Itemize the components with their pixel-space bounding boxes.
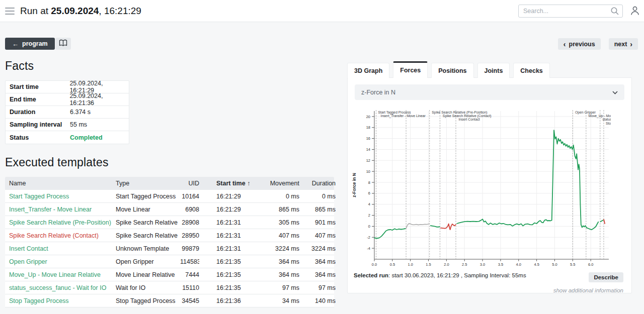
template-type: Unknown Template xyxy=(116,245,180,252)
template-name-link[interactable]: Open Gripper xyxy=(9,258,116,265)
template-start-time: 16:21:36 xyxy=(199,297,255,304)
table-row: Spike Search Relative (Contact)Spike Sea… xyxy=(5,229,334,242)
svg-text:2.0: 2.0 xyxy=(444,262,449,267)
svg-text:0.0: 0.0 xyxy=(372,262,377,267)
table-row: Stop Tagged ProcessStop Tagged Process34… xyxy=(5,294,334,307)
facts-row: Duration6.374 s xyxy=(6,106,129,119)
svg-text:14: 14 xyxy=(366,147,370,152)
svg-text:2.5: 2.5 xyxy=(462,262,467,267)
z-force-line-chart: -4-2024681012141618200.00.51.01.52.02.53… xyxy=(351,105,628,272)
fact-label: Sampling interval xyxy=(6,121,70,128)
template-type: Move Linear xyxy=(116,206,180,213)
fact-value: 6.374 s xyxy=(70,109,91,116)
svg-text:6.0: 6.0 xyxy=(588,262,593,267)
event-annotation: Insert Contact xyxy=(458,118,479,121)
table-row: Insert ContactUnknown Template9987916:21… xyxy=(5,242,334,255)
page-title-prefix: Run at xyxy=(20,6,48,16)
previous-button-label: previous xyxy=(569,41,595,48)
chevron-down-icon xyxy=(612,89,618,96)
template-type: Start Tagged Process xyxy=(116,193,180,200)
template-start-time: 16:21:35 xyxy=(199,271,255,278)
template-start-time: 16:21:31 xyxy=(199,245,255,252)
show-additional-information-link[interactable]: show additional information xyxy=(348,287,631,293)
tab-checks[interactable]: Checks xyxy=(513,63,549,78)
svg-text:2: 2 xyxy=(368,213,370,218)
template-type: Move Linear Relative xyxy=(116,271,180,278)
page-title-date: 25.09.2024 xyxy=(51,6,99,16)
selected-run-label: Selected run xyxy=(354,272,388,278)
template-movement: 305 ms xyxy=(255,219,299,226)
svg-text:0.5: 0.5 xyxy=(390,262,395,267)
template-name-link[interactable]: Stop Tagged Process xyxy=(9,297,116,304)
tab-joints[interactable]: Joints xyxy=(477,63,510,78)
user-icon[interactable] xyxy=(630,6,640,18)
svg-text:8: 8 xyxy=(368,180,370,185)
next-run-button[interactable]: next › xyxy=(609,38,638,50)
executed-templates-table: NameTypeUIDStart time ↑MovementDuration … xyxy=(5,177,334,307)
fact-value: 55 ms xyxy=(70,121,87,128)
table-row: Insert_Transfer - Move LinearMove Linear… xyxy=(5,203,334,216)
template-duration: 0 ms xyxy=(299,193,336,200)
template-start-time: 16:21:31 xyxy=(199,219,255,226)
documentation-button[interactable] xyxy=(55,38,71,50)
fact-label: End time xyxy=(6,96,69,103)
hamburger-menu-icon[interactable] xyxy=(5,8,15,15)
describe-button[interactable]: Describe xyxy=(589,272,623,282)
template-start-time: 16:21:35 xyxy=(199,284,255,291)
column-header-start-time[interactable]: Start time ↑ xyxy=(199,180,255,187)
column-header-uid[interactable]: UID xyxy=(180,180,199,187)
template-name-link[interactable]: Spike Search Relative (Pre-Position) xyxy=(9,219,116,226)
template-uid: 6908 xyxy=(180,206,199,213)
column-header-type[interactable]: Type xyxy=(116,180,180,187)
fact-value: 25.09.2024, 16:21:29 xyxy=(69,80,129,94)
executed-templates-header-row: NameTypeUIDStart time ↑MovementDuration xyxy=(5,177,334,190)
search-input[interactable] xyxy=(518,5,623,18)
template-name-link[interactable]: Insert_Transfer - Move Linear xyxy=(9,206,116,213)
column-header-duration[interactable]: Duration xyxy=(299,180,336,187)
fact-label: Duration xyxy=(6,109,70,116)
template-name-link[interactable]: Spike Search Relative (Contact) xyxy=(9,232,116,239)
template-duration: 865 ms xyxy=(299,206,336,213)
template-start-time: 16:21:35 xyxy=(199,258,255,265)
forces-panel: z-Force in N -4-2024681012141618200.00.5… xyxy=(347,77,632,293)
tab-3d-graph[interactable]: 3D Graph xyxy=(347,63,389,78)
column-header-movement[interactable]: Movement xyxy=(255,180,299,187)
template-type: Stop Tagged Process xyxy=(116,297,180,304)
y-axis-label: z-Force in N xyxy=(352,173,357,197)
table-row: Move_Up - Move Linear RelativeMove Linea… xyxy=(5,268,334,281)
back-to-program-button[interactable]: ← program xyxy=(5,38,55,50)
template-start-time: 16:21:31 xyxy=(199,232,255,239)
force-axis-select[interactable]: z-Force in N xyxy=(355,84,624,100)
previous-run-button[interactable]: ‹ previous xyxy=(558,38,601,50)
svg-text:10: 10 xyxy=(366,169,370,174)
template-name-link[interactable]: Insert Contact xyxy=(9,245,116,252)
table-row: status_success_fanuc - Wait for IOWait f… xyxy=(5,281,334,294)
facts-row: Sampling interval55 ms xyxy=(6,119,129,131)
run-details-column: Facts Start time25.09.2024, 16:21:29End … xyxy=(5,59,334,307)
template-start-time: 16:21:29 xyxy=(199,193,255,200)
template-name-link[interactable]: Move_Up - Move Linear Relative xyxy=(9,271,116,278)
template-movement: 0 ms xyxy=(255,193,299,200)
table-row: Spike Search Relative (Pre-Position)Spik… xyxy=(5,216,334,229)
svg-text:6: 6 xyxy=(368,191,370,195)
fact-value: Completed xyxy=(70,134,103,141)
template-type: Open Gripper xyxy=(116,258,180,265)
template-duration: 97 ms xyxy=(299,284,336,291)
template-name-link[interactable]: status_success_fanuc - Wait for IO xyxy=(9,284,116,291)
tab-forces[interactable]: Forces xyxy=(393,61,428,78)
run-navigation: ‹ previous next › xyxy=(558,38,638,50)
template-movement: 407 ms xyxy=(255,232,299,239)
executed-templates-heading: Executed templates xyxy=(5,156,334,169)
tab-positions[interactable]: Positions xyxy=(431,63,473,78)
template-uid: 28908 xyxy=(180,219,199,226)
search-icon[interactable] xyxy=(610,6,620,18)
svg-text:20: 20 xyxy=(366,115,370,119)
svg-text:-4: -4 xyxy=(367,246,370,251)
table-row: Start Tagged ProcessStart Tagged Process… xyxy=(5,190,334,203)
fact-label: Status xyxy=(6,134,70,141)
column-header-name[interactable]: Name xyxy=(9,180,116,187)
svg-text:4.0: 4.0 xyxy=(516,262,521,267)
svg-text:3.5: 3.5 xyxy=(498,262,503,267)
executed-templates-body: Start Tagged ProcessStart Tagged Process… xyxy=(5,190,334,307)
template-name-link[interactable]: Start Tagged Process xyxy=(9,193,116,200)
